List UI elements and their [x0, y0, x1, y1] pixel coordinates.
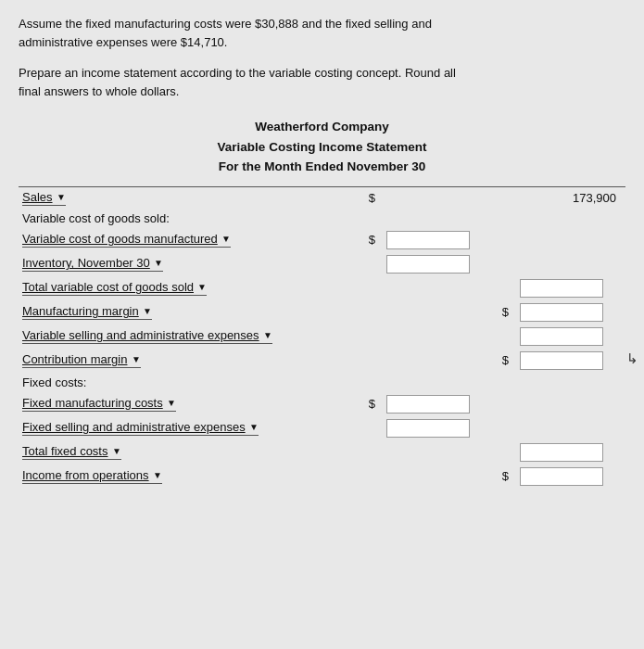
mfg-margin-input-box[interactable] [520, 303, 603, 322]
total-fixed-chevron-icon[interactable]: ▼ [112, 446, 121, 456]
fixed-mfg-select[interactable]: Fixed manufacturing costs [22, 396, 165, 410]
table-row: Contribution margin ▼ $ ↳ [19, 349, 625, 373]
income-from-ops-input[interactable] [521, 468, 602, 485]
manufacturing-margin-cell: Manufacturing margin ▼ [19, 300, 352, 324]
fixed-sell-input-box[interactable] [386, 419, 470, 438]
vcog-dollar: $ [352, 228, 383, 252]
statement-header: Weatherford Company Variable Costing Inc… [19, 117, 625, 177]
var-sell-input-box[interactable] [520, 327, 603, 346]
total-variable-input[interactable] [521, 280, 602, 297]
total-fixed-empty-dollar [352, 440, 383, 464]
total-var-input-cell[interactable] [516, 276, 625, 300]
contribution-margin-select[interactable]: Contribution margin [22, 352, 130, 366]
fixed-mfg-empty1 [486, 392, 516, 416]
table-row: Income from operations ▼ $ [19, 464, 625, 489]
contribution-margin-wrapper[interactable]: Contribution margin ▼ [22, 352, 141, 368]
total-fixed-input-cell[interactable] [516, 440, 625, 464]
manufacturing-margin-select[interactable]: Manufacturing margin [22, 304, 141, 318]
manufacturing-margin-input[interactable] [521, 304, 602, 321]
fixed-selling-input[interactable] [387, 420, 469, 437]
fixed-selling-cell: Fixed selling and administrative expense… [19, 416, 352, 440]
inventory-chevron-icon[interactable]: ▼ [154, 258, 163, 268]
inventory-wrapper[interactable]: Inventory, November 30 ▼ [22, 256, 163, 272]
vcog-manufactured-select[interactable]: Variable cost of goods manufactured [22, 232, 220, 246]
income-ops-input-cell[interactable] [516, 464, 625, 489]
vcog-input[interactable] [387, 232, 469, 248]
mfg-empty-dollar [352, 300, 383, 324]
inv-empty2 [516, 252, 625, 276]
total-variable-chevron-icon[interactable]: ▼ [197, 282, 207, 292]
inventory-select[interactable]: Inventory, November 30 [22, 256, 152, 270]
contrib-margin-input-cell[interactable]: ↳ [516, 349, 625, 373]
var-sell-empty-input [383, 324, 486, 349]
total-variable-select[interactable]: Total variable cost of goods sold [22, 280, 196, 294]
sales-value-cell: 173,900 [516, 186, 625, 209]
total-fixed-input-box[interactable] [520, 443, 603, 462]
contrib-empty-dollar [352, 349, 383, 373]
fixed-selling-select[interactable]: Fixed selling and administrative expense… [22, 420, 247, 434]
variable-selling-wrapper[interactable]: Variable selling and administrative expe… [22, 328, 272, 344]
contrib-margin-chevron-icon[interactable]: ▼ [132, 354, 141, 364]
statement-title: Variable Costing Income Statement [19, 137, 625, 158]
vcog-manufactured-cell: Variable cost of goods manufactured ▼ [19, 228, 352, 252]
fixed-mfg-input-box[interactable] [386, 395, 470, 414]
total-fixed-input[interactable] [521, 444, 602, 461]
var-sell-empty-dollar [352, 324, 383, 349]
inventory-input-box[interactable] [386, 255, 470, 274]
vcog-input-cell[interactable] [383, 228, 486, 252]
total-var-input-box[interactable] [520, 279, 603, 298]
mfg-margin-input-cell[interactable] [516, 300, 625, 324]
var-selling-chevron-icon[interactable]: ▼ [263, 330, 272, 340]
total-variable-cell: Total variable cost of goods sold ▼ [19, 276, 352, 300]
mfg-margin-chevron-icon[interactable]: ▼ [143, 306, 152, 316]
intro-paragraph: Assume the fixed manufacturing costs wer… [19, 15, 625, 51]
variable-selling-input[interactable] [521, 328, 602, 345]
table-row: Total variable cost of goods sold ▼ [19, 276, 625, 300]
total-fixed-wrapper[interactable]: Total fixed costs ▼ [22, 444, 121, 460]
variable-selling-select[interactable]: Variable selling and administrative expe… [22, 328, 261, 342]
income-ops-chevron-icon[interactable]: ▼ [153, 470, 162, 480]
fixed-selling-wrapper[interactable]: Fixed selling and administrative expense… [22, 420, 259, 436]
income-ops-input-box[interactable] [520, 467, 603, 486]
income-ops-dollar2: $ [486, 464, 516, 489]
sales-chevron-icon[interactable]: ▼ [57, 192, 66, 202]
contrib-empty-input [383, 349, 486, 373]
total-var-empty-dollar [352, 276, 383, 300]
inventory-input-cell[interactable] [383, 252, 486, 276]
fixed-sell-input-cell[interactable] [383, 416, 486, 440]
total-variable-wrapper[interactable]: Total variable cost of goods sold ▼ [22, 280, 207, 296]
sales-select[interactable]: Sales [22, 190, 55, 204]
vcog-input-box[interactable] [386, 231, 470, 249]
total-fixed-select[interactable]: Total fixed costs [22, 444, 110, 458]
contribution-margin-input[interactable] [521, 352, 602, 369]
table-row: Inventory, November 30 ▼ [19, 252, 625, 276]
fixed-mfg-input[interactable] [387, 396, 469, 413]
fixed-sell-empty2 [516, 416, 625, 440]
var-sell-empty-dollar2 [486, 324, 516, 349]
manufacturing-margin-wrapper[interactable]: Manufacturing margin ▼ [22, 304, 152, 320]
prepare-paragraph: Prepare an income statement according to… [19, 64, 625, 100]
vcog-manufactured-wrapper[interactable]: Variable cost of goods manufactured ▼ [22, 232, 231, 248]
fixed-mfg-chevron-icon[interactable]: ▼ [167, 398, 176, 408]
statement-period: For the Month Ended November 30 [19, 157, 625, 177]
income-from-ops-cell: Income from operations ▼ [19, 464, 352, 489]
inventory-input[interactable] [387, 256, 469, 273]
sales-input-cell [383, 186, 486, 209]
vcog-chevron-icon[interactable]: ▼ [221, 234, 231, 244]
fixed-mfg-input-cell[interactable] [383, 392, 486, 416]
fixed-mfg-wrapper[interactable]: Fixed manufacturing costs ▼ [22, 396, 176, 412]
fixed-sell-empty1 [486, 416, 516, 440]
mfg-empty-input [383, 300, 486, 324]
var-sell-input-cell[interactable] [516, 324, 625, 349]
income-from-ops-select[interactable]: Income from operations [22, 468, 151, 482]
income-from-ops-wrapper[interactable]: Income from operations ▼ [22, 468, 162, 484]
inv-empty1 [486, 252, 516, 276]
table-row: Total fixed costs ▼ [19, 440, 625, 464]
variable-selling-cell: Variable selling and administrative expe… [19, 324, 352, 349]
vcog-empty1 [486, 228, 516, 252]
table-row: Fixed costs: [19, 373, 625, 392]
mfg-dollar2: $ [486, 300, 516, 324]
fixed-selling-chevron-icon[interactable]: ▼ [249, 422, 259, 432]
contrib-margin-input-box[interactable] [520, 351, 603, 370]
sales-dropdown-wrapper[interactable]: Sales ▼ [22, 190, 66, 206]
